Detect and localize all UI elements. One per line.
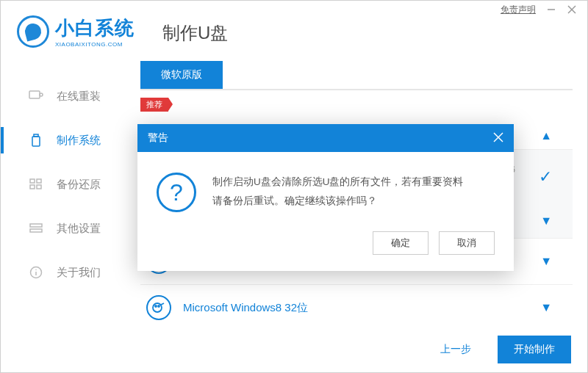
sidebar-item-label: 在线重装 (57, 90, 101, 104)
svg-rect-7 (30, 179, 35, 183)
sidebar-item-label: 关于我们 (57, 266, 101, 280)
tab-bar: 微软原版 (140, 61, 573, 90)
dialog-ok-button[interactable]: 确定 (373, 231, 429, 255)
sidebar: 在线重装 制作系统 备份还原 其他设置 关于我们 (1, 74, 140, 294)
sidebar-item-about[interactable]: 关于我们 (1, 250, 140, 294)
sidebar-item-label: 制作系统 (57, 134, 101, 148)
app-logo: 小白系统 XIAOBAIXITONG.COM (17, 15, 135, 48)
sidebar-item-backup-restore[interactable]: 备份还原 (1, 162, 140, 206)
minimize-button[interactable] (546, 4, 556, 15)
sidebar-item-label: 备份还原 (57, 178, 101, 192)
start-make-button[interactable]: 开始制作 (498, 336, 571, 363)
os-name: Microsoft Windows8 32位 (183, 301, 540, 315)
chevron-down-icon: ▼ (540, 255, 552, 268)
page-title: 制作U盘 (162, 21, 228, 45)
stack-icon (29, 222, 43, 235)
os-icon (146, 295, 171, 320)
dialog-cancel-button[interactable]: 取消 (439, 231, 495, 255)
tab-microsoft-original[interactable]: 微软原版 (140, 61, 223, 89)
dialog-message: 制作启动U盘会清除所选U盘的所有文件，若有重要资料 请备份后重试。确定继续该操作… (212, 173, 464, 212)
os-item-win8[interactable]: Microsoft Windows8 32位 ▼ (140, 284, 573, 330)
check-icon: ✓ (539, 167, 552, 186)
svg-point-19 (153, 303, 162, 312)
info-icon (29, 266, 43, 279)
svg-point-4 (40, 93, 43, 96)
recommend-badge: 推荐 (140, 98, 168, 112)
grid-icon (29, 178, 43, 191)
dialog-close-icon[interactable] (493, 131, 503, 146)
monitor-icon (29, 90, 43, 103)
logo-icon (17, 15, 49, 48)
question-icon: ? (157, 173, 196, 212)
dialog-title: 警告 (148, 131, 168, 145)
chevron-down-icon: ▼ (540, 214, 552, 228)
brand-name: 小白系统 (55, 15, 135, 41)
chevron-down-icon: ▼ (540, 301, 552, 314)
sidebar-item-make-system[interactable]: 制作系统 (1, 118, 140, 162)
svg-rect-6 (34, 134, 38, 137)
close-button[interactable] (567, 4, 577, 15)
svg-rect-3 (29, 91, 40, 98)
prev-button[interactable]: 上一步 (424, 336, 487, 363)
chevron-up-icon[interactable]: ▲ (540, 129, 552, 142)
brand-sub: XIAOBAIXITONG.COM (55, 41, 135, 48)
svg-rect-12 (30, 229, 42, 232)
warning-dialog: 警告 ? 制作启动U盘会清除所选U盘的所有文件，若有重要资料 请备份后重试。确定… (137, 124, 514, 271)
disclaimer-link[interactable]: 免责声明 (501, 4, 536, 16)
sidebar-item-other-settings[interactable]: 其他设置 (1, 206, 140, 250)
svg-rect-8 (37, 179, 41, 183)
sidebar-item-label: 其他设置 (57, 222, 101, 236)
svg-rect-9 (30, 185, 35, 189)
svg-point-20 (155, 305, 157, 307)
svg-rect-10 (37, 185, 41, 189)
usb-icon (29, 134, 43, 147)
sidebar-item-online-reinstall[interactable]: 在线重装 (1, 74, 140, 118)
svg-rect-5 (32, 137, 40, 146)
svg-point-21 (158, 305, 159, 307)
svg-rect-11 (30, 224, 42, 227)
